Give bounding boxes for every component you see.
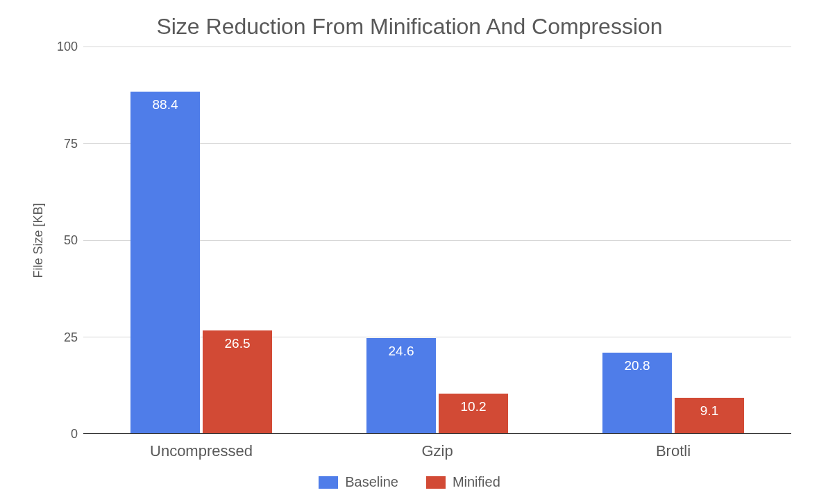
x-category-label: Gzip	[319, 434, 555, 460]
bar-baseline: 20.8	[602, 353, 672, 433]
y-axis-label-column: File Size [KB]	[28, 47, 49, 434]
y-tick: 75	[64, 136, 78, 151]
bar-value-label: 10.2	[461, 399, 487, 414]
chart-title: Size Reduction From Minification And Com…	[28, 14, 791, 40]
x-category-label: Uncompressed	[83, 434, 319, 460]
bar-value-label: 9.1	[700, 403, 718, 419]
legend-label: Minified	[453, 474, 500, 490]
y-tick: 0	[71, 427, 78, 442]
legend: Baseline Minified	[28, 474, 791, 490]
bar-group-gzip: 24.6 10.2	[319, 47, 555, 433]
x-axis-labels: Uncompressed Gzip Brotli	[83, 434, 791, 460]
y-tick: 50	[64, 233, 78, 248]
y-tick: 25	[64, 330, 78, 344]
x-category-label: Brotli	[555, 434, 791, 460]
chart-container: Size Reduction From Minification And Com…	[0, 0, 819, 504]
legend-item-minified: Minified	[426, 474, 500, 490]
bar-groups: 88.4 26.5 24.6 10.2 20.8	[83, 47, 791, 433]
y-axis-label: File Size [KB]	[31, 203, 46, 278]
legend-item-baseline: Baseline	[319, 474, 398, 490]
plot-row: File Size [KB] 100 75 50 25 0 88.	[28, 47, 791, 434]
plot-area: 88.4 26.5 24.6 10.2 20.8	[83, 47, 791, 434]
bar-baseline: 24.6	[366, 338, 436, 433]
bar-minified: 10.2	[439, 394, 508, 433]
bar-minified: 26.5	[203, 330, 272, 433]
legend-swatch-icon	[319, 476, 338, 489]
bar-value-label: 20.8	[625, 358, 650, 373]
bar-value-label: 88.4	[153, 97, 178, 112]
y-axis-ticks: 100 75 50 25 0	[49, 47, 83, 434]
bar-group-brotli: 20.8 9.1	[555, 47, 791, 433]
legend-swatch-icon	[426, 476, 446, 489]
bar-minified: 9.1	[675, 398, 744, 433]
y-tick: 100	[57, 40, 78, 54]
bar-baseline: 88.4	[130, 92, 200, 433]
bar-group-uncompressed: 88.4 26.5	[83, 47, 319, 433]
bar-value-label: 24.6	[389, 344, 414, 359]
bar-value-label: 26.5	[225, 336, 251, 351]
legend-label: Baseline	[345, 474, 398, 490]
